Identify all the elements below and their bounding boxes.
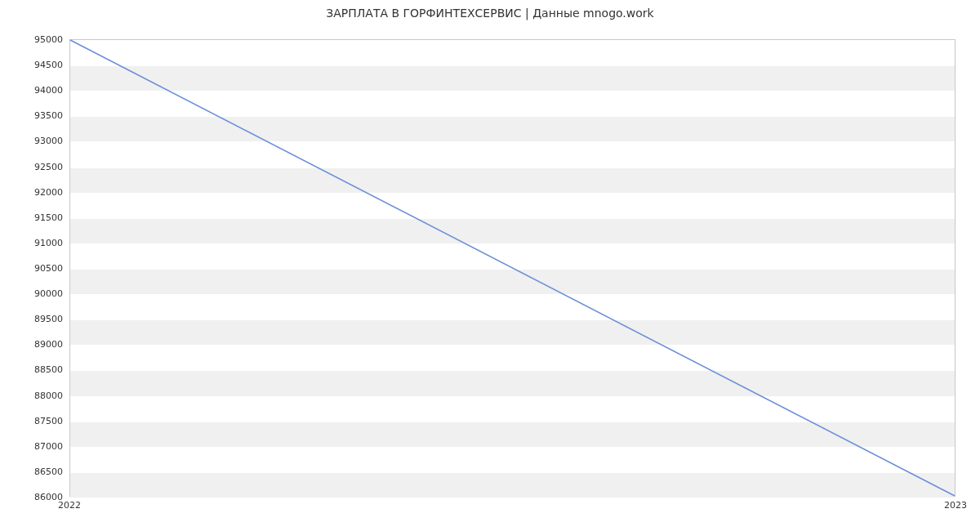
y-tick-label: 91000 [0,237,63,248]
y-tick-label: 89000 [0,339,63,350]
x-tick-label: 2023 [944,500,967,511]
y-tick-label: 93500 [0,110,63,121]
y-tick-label: 87500 [0,415,63,426]
y-tick-label: 94000 [0,85,63,96]
y-tick-label: 86500 [0,466,63,476]
gridline [70,498,955,498]
y-tick-label: 90000 [0,288,63,299]
y-tick-label: 95000 [0,34,63,45]
y-tick-label: 87000 [0,440,63,451]
y-tick-label: 92000 [0,186,63,197]
series-line [70,40,955,496]
y-tick-label: 89500 [0,314,63,324]
y-tick-label: 92500 [0,161,63,172]
y-tick-label: 91500 [0,212,63,222]
chart-title: ЗАРПЛАТА В ГОРФИНТЕХСЕРВИС | Данные mnog… [0,7,980,20]
plot-area [69,39,956,497]
line-series [70,40,955,496]
y-tick-label: 86000 [0,492,63,502]
y-tick-label: 90500 [0,263,63,274]
x-tick-label: 2022 [58,500,81,511]
y-tick-label: 94500 [0,60,63,70]
chart-container: ЗАРПЛАТА В ГОРФИНТЕХСЕРВИС | Данные mnog… [0,0,980,531]
y-tick-label: 88500 [0,364,63,375]
y-tick-label: 88000 [0,390,63,400]
y-tick-label: 93000 [0,136,63,146]
